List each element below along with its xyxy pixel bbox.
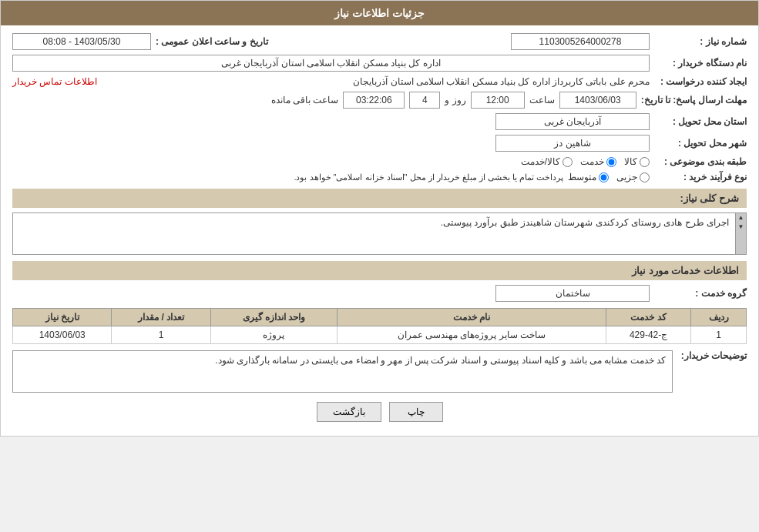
city-value: شاهین دز <box>495 135 650 152</box>
buyer-org-value: اداره کل بنیاد مسکن انقلاب اسلامی استان … <box>12 55 650 72</box>
print-button[interactable]: چاپ <box>389 402 443 422</box>
service-group-label: گروه خدمت : <box>654 288 747 299</box>
category-label-khedmat: خدمت <box>580 156 604 167</box>
purchase-type-option-1: جزیی <box>616 172 650 182</box>
announcement-date-label: تاریخ و ساعت اعلان عمومی : <box>156 36 268 47</box>
category-label: طبقه بندی موضوعی : <box>654 156 747 167</box>
cell-date: 1403/06/03 <box>13 326 112 344</box>
province-value: آذربایجان غربی <box>495 113 650 130</box>
purchase-type-options: جزیی متوسط <box>568 172 650 182</box>
description-row: ▲ ▼ اجرای طرح هادی روستای کردکندی شهرستا… <box>12 212 747 255</box>
creator-value: محرم علی باباتی کاربرداز اداره کل بنیاد … <box>102 76 650 87</box>
category-label-kala-khedmat: کالا/خدمت <box>521 156 560 167</box>
button-row: چاپ بازگشت <box>12 402 747 422</box>
services-section-header: اطلاعات خدمات مورد نیاز <box>12 261 747 280</box>
scroll-bar: ▲ ▼ <box>735 213 746 254</box>
page-header: جزئیات اطلاعات نیاز <box>1 1 758 25</box>
category-radio-khedmat[interactable] <box>606 157 616 167</box>
description-section-header: شرح کلی نیاز: <box>12 189 747 208</box>
deadline-remaining-label: ساعت باقی مانده <box>271 95 339 105</box>
main-content: شماره نیاز : 1103005264000278 تاریخ و سا… <box>1 25 758 436</box>
cell-row-num: 1 <box>691 326 747 344</box>
deadline-date-value: 1403/06/03 <box>559 92 636 109</box>
deadline-label: مهلت ارسال پاسخ: تا تاریخ: <box>641 95 747 105</box>
creator-contact-link[interactable]: اطلاعات تماس خریدار <box>12 76 97 87</box>
table-header: ردیف کد خدمت نام خدمت واحد اندازه گیری ت… <box>13 309 747 326</box>
cell-unit: پروژه <box>210 326 337 344</box>
buyer-notes-row: توضیحات خریدار: کد خدمت مشابه می باشد و … <box>12 350 747 393</box>
purchase-type-label: نوع فرآیند خرید : <box>654 172 747 182</box>
category-row: طبقه بندی موضوعی : کالا خدمت کالا/خدمت <box>12 156 747 167</box>
buyer-org-label: نام دستگاه خریدار : <box>654 58 747 69</box>
creator-label: ایجاد کننده درخواست : <box>654 76 747 87</box>
province-row: استان محل تحویل : آذربایجان غربی <box>12 113 747 130</box>
table-body: 1 ج-42-429 ساخت سایر پروژه‌های مهندسی عم… <box>13 326 747 344</box>
cell-quantity: 1 <box>112 326 210 344</box>
cell-service-code: ج-42-429 <box>606 326 691 344</box>
deadline-remaining-value: 03:22:06 <box>343 92 405 109</box>
col-header-quantity: تعداد / مقدار <box>112 309 210 326</box>
col-header-service-name: نام خدمت <box>338 309 606 326</box>
need-number-row: شماره نیاز : 1103005264000278 تاریخ و سا… <box>12 33 747 50</box>
deadline-days-value: 4 <box>409 92 440 109</box>
need-number-value: 1103005264000278 <box>511 33 650 50</box>
deadline-time-value: 12:00 <box>471 92 525 109</box>
description-container: ▲ ▼ اجرای طرح هادی روستای کردکندی شهرستا… <box>12 212 747 255</box>
province-label: استان محل تحویل : <box>654 116 747 127</box>
purchase-type-option-2: متوسط <box>568 172 609 182</box>
announcement-date-value: 1403/05/30 - 08:08 <box>12 33 151 50</box>
purchase-type-row: نوع فرآیند خرید : جزیی متوسط پرداخت تمام… <box>12 172 747 182</box>
table-header-row: ردیف کد خدمت نام خدمت واحد اندازه گیری ت… <box>13 309 747 326</box>
purchase-type-label-mottavaset: متوسط <box>568 172 596 182</box>
deadline-time-label: ساعت <box>529 95 555 105</box>
purchase-type-label-jozi: جزیی <box>616 172 637 182</box>
need-number-label: شماره نیاز : <box>654 36 747 47</box>
category-radio-kala-khedmat[interactable] <box>563 157 573 167</box>
buyer-notes-value: کد خدمت مشابه می باشد و کلیه اسناد پیوست… <box>12 350 673 393</box>
cell-service-name: ساخت سایر پروژه‌های مهندسی عمران <box>338 326 606 344</box>
deadline-row: مهلت ارسال پاسخ: تا تاریخ: 1403/06/03 سا… <box>12 92 747 109</box>
service-group-value: ساختمان <box>495 285 650 302</box>
purchase-type-radio-mottavaset[interactable] <box>599 172 609 182</box>
category-option-1: کالا <box>624 156 650 167</box>
buyer-org-row: نام دستگاه خریدار : اداره کل بنیاد مسکن … <box>12 55 747 72</box>
col-header-service-code: کد خدمت <box>606 309 691 326</box>
category-label-kala: کالا <box>624 156 637 167</box>
city-label: شهر محل تحویل : <box>654 138 747 149</box>
deadline-days-label: روز و <box>445 95 465 105</box>
description-text: اجرای طرح هادی روستای کردکندی شهرستان شا… <box>13 213 735 254</box>
category-options: کالا خدمت کالا/خدمت <box>521 156 650 167</box>
scroll-down-arrow[interactable]: ▼ <box>738 223 744 231</box>
buyer-notes-label: توضیحات خریدار: <box>677 350 747 361</box>
creator-row: ایجاد کننده درخواست : محرم علی باباتی کا… <box>12 76 747 87</box>
city-row: شهر محل تحویل : شاهین دز <box>12 135 747 152</box>
services-section-label: اطلاعات خدمات مورد نیاز <box>632 265 739 276</box>
col-header-row-num: ردیف <box>691 309 747 326</box>
purchase-type-note: پرداخت تمام یا بخشی از مبلغ خریدار از مح… <box>12 172 563 182</box>
purchase-type-radio-jozi[interactable] <box>640 172 650 182</box>
table-row: 1 ج-42-429 ساخت سایر پروژه‌های مهندسی عم… <box>13 326 747 344</box>
col-header-unit: واحد اندازه گیری <box>210 309 337 326</box>
description-section-label: شرح کلی نیاز: <box>680 192 739 204</box>
services-table-section: ردیف کد خدمت نام خدمت واحد اندازه گیری ت… <box>12 308 747 344</box>
category-radio-kala[interactable] <box>640 157 650 167</box>
category-option-3: کالا/خدمت <box>521 156 573 167</box>
service-group-row: گروه خدمت : ساختمان <box>12 285 747 302</box>
page-title: جزئیات اطلاعات نیاز <box>334 7 425 19</box>
scroll-up-arrow[interactable]: ▲ <box>738 214 744 222</box>
col-header-date: تاریخ نیاز <box>13 309 112 326</box>
category-option-2: خدمت <box>580 156 616 167</box>
page-wrapper: جزئیات اطلاعات نیاز شماره نیاز : 1103005… <box>0 0 759 437</box>
back-button[interactable]: بازگشت <box>317 402 381 422</box>
services-table: ردیف کد خدمت نام خدمت واحد اندازه گیری ت… <box>12 308 747 344</box>
